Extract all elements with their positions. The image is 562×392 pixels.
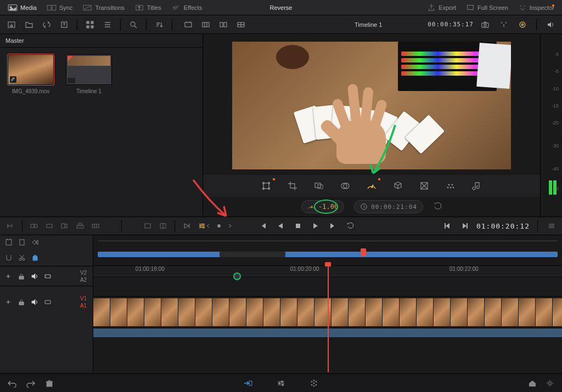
speed-pill[interactable]: -1.00 (301, 200, 344, 213)
clock-pill[interactable]: 00:00:21:04 (354, 200, 423, 213)
selection-tool[interactable] (4, 238, 13, 248)
source-overwrite-button[interactable] (89, 221, 102, 231)
lens-icon[interactable] (419, 180, 430, 191)
smart-insert-button[interactable] (4, 221, 16, 231)
media-pool-header[interactable]: Master (0, 34, 203, 48)
ripple-button[interactable] (43, 221, 55, 231)
viewer-timecode[interactable]: 00:00:35:17 (428, 21, 474, 28)
video-frame[interactable] (232, 42, 511, 169)
boring-detector-button[interactable] (181, 19, 195, 31)
search-button[interactable] (126, 19, 140, 31)
mute-icon[interactable] (30, 297, 40, 307)
top-titles[interactable]: T Titles (131, 2, 165, 13)
sort-button[interactable] (152, 19, 166, 31)
svg-point-54 (217, 224, 221, 228)
sync-audio-button[interactable] (40, 19, 54, 31)
loop-button[interactable] (345, 221, 357, 231)
view-list-button[interactable] (100, 19, 115, 31)
dynamic-zoom-icon[interactable] (313, 180, 324, 191)
svg-rect-43 (35, 224, 37, 228)
import-media-button[interactable] (4, 19, 19, 31)
bypass-color-button[interactable] (515, 19, 530, 31)
stabilize-icon[interactable] (392, 180, 403, 191)
import-folder-button[interactable] (22, 19, 36, 31)
top-inspector[interactable]: Inspector (515, 2, 558, 13)
top-effects[interactable]: Effects (168, 2, 205, 13)
video-enable-icon[interactable] (43, 271, 53, 281)
place-on-top-button[interactable] (74, 221, 86, 231)
timeline-overview[interactable] (93, 235, 562, 266)
closeup-button[interactable] (59, 221, 71, 231)
snap-toggle[interactable] (4, 253, 13, 263)
playhead[interactable] (328, 266, 329, 372)
overview-playhead[interactable] (361, 248, 366, 256)
sync-lock-icon[interactable] (3, 271, 13, 281)
speed-icon[interactable] (366, 180, 377, 191)
top-media[interactable]: Media (4, 2, 40, 13)
track-head-v1a1[interactable]: V1A1 (0, 286, 93, 317)
redo-button[interactable] (25, 378, 36, 388)
top-export[interactable]: Export (424, 2, 459, 13)
mute-icon[interactable] (30, 271, 40, 281)
video-enable-icon[interactable] (43, 297, 53, 307)
svg-point-21 (484, 24, 486, 26)
title-adder-button[interactable] (57, 19, 71, 31)
svg-rect-18 (224, 22, 227, 27)
volume-icon[interactable] (543, 19, 558, 31)
marker-add[interactable] (31, 253, 40, 263)
go-end-button[interactable] (327, 221, 339, 231)
jog-left[interactable] (205, 223, 211, 229)
play-reverse-button[interactable] (274, 221, 286, 231)
page-fusion-icon[interactable] (308, 378, 319, 388)
track-head-v2a2[interactable]: V2A2 (0, 266, 93, 286)
media-pool-item[interactable]: Timeline 1 (65, 54, 113, 94)
viewer-mode1-button[interactable] (199, 19, 213, 31)
play-button[interactable] (310, 221, 322, 231)
top-transitions[interactable]: Transitions (79, 2, 127, 13)
flags-tool[interactable] (31, 238, 40, 248)
page-edit-icon[interactable] (276, 378, 286, 388)
go-start-button[interactable] (257, 221, 269, 231)
sync-lock-icon[interactable] (3, 297, 13, 307)
label: Export (439, 4, 456, 11)
razor-tool[interactable] (18, 253, 26, 263)
timeline-canvas[interactable]: 01:00:18:00 01:00:20:00 01:00:22:00 (93, 235, 562, 372)
color-icon[interactable] (445, 180, 456, 191)
viewer-mode2-button[interactable] (216, 19, 231, 31)
transport-timecode[interactable]: 01:00:20:12 (476, 222, 530, 230)
svg-rect-15 (185, 22, 192, 27)
undo-button[interactable] (7, 378, 18, 388)
stop-button[interactable] (292, 221, 304, 231)
speed-value[interactable]: -1.00 (318, 203, 338, 211)
home-button[interactable] (527, 378, 538, 388)
timeline-options-button[interactable] (546, 221, 558, 231)
media-pool-item[interactable]: IMG_4939.mov (7, 54, 55, 94)
composite-icon[interactable] (340, 180, 351, 191)
lock-icon[interactable] (16, 271, 26, 281)
trim-button[interactable] (142, 221, 154, 231)
svg-rect-70 (47, 382, 52, 387)
view-thumb-button[interactable] (83, 19, 97, 31)
settings-button[interactable] (544, 378, 555, 388)
transform-icon[interactable] (261, 180, 272, 191)
timeline-name-dropdown[interactable]: Timeline 1 (313, 21, 423, 28)
top-fullscreen[interactable]: Full Screen (463, 2, 512, 13)
page-cut-icon[interactable] (243, 378, 254, 388)
next-clip-button[interactable] (459, 221, 471, 231)
trim-mode-button[interactable] (181, 221, 193, 231)
lock-icon[interactable] (16, 297, 26, 307)
jog-right[interactable] (227, 223, 233, 229)
viewer-mode3-button[interactable] (234, 19, 248, 31)
snapshot-button[interactable] (478, 19, 492, 31)
crop-icon[interactable] (287, 180, 298, 191)
top-sync[interactable]: Sync (43, 2, 76, 13)
tools-button[interactable] (497, 19, 511, 31)
prev-clip-button[interactable] (441, 221, 453, 231)
split-button[interactable] (157, 221, 169, 231)
clip-label: IMG_4939.mov (12, 88, 49, 94)
append-button[interactable] (28, 221, 40, 231)
audio-icon[interactable] (471, 180, 482, 191)
delete-button[interactable] (44, 378, 55, 388)
reset-speed-button[interactable] (433, 202, 442, 212)
marker-tool[interactable] (18, 238, 26, 248)
